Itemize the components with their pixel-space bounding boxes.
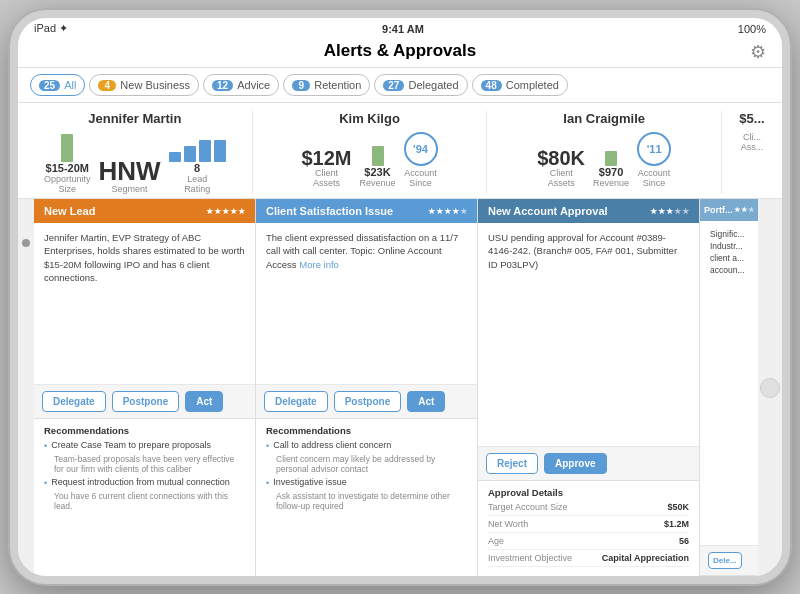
tab-bar: 25All4New Business12Advice9Retention27De… xyxy=(18,68,782,103)
tab-badge-delegated: 27 xyxy=(383,80,404,91)
star-rating-portfolio: ★ ★ ★ xyxy=(734,206,754,214)
alert-header-label-new-lead: New Lead xyxy=(44,205,95,217)
approval-row-investment: Investment Objective Capital Appreciatio… xyxy=(488,553,689,567)
tab-retention[interactable]: 9Retention xyxy=(283,74,370,96)
approve-btn-approval[interactable]: Approve xyxy=(544,453,607,474)
stat-account-since-ian: '11 Account Since xyxy=(637,132,671,188)
tab-label-retention: Retention xyxy=(314,79,361,91)
tab-all[interactable]: 25All xyxy=(30,74,85,96)
delegate-btn-satisfaction[interactable]: Delegate xyxy=(264,391,328,412)
star-3: ★ xyxy=(444,207,451,216)
postpone-btn-new-lead[interactable]: Postpone xyxy=(112,391,180,412)
tab-completed[interactable]: 48Completed xyxy=(472,74,568,96)
alert-col-new-lead: New Lead ★ ★ ★ ★ ★ Jennifer Martin, EVP … xyxy=(34,199,256,576)
alert-actions-satisfaction: Delegate Postpone Act xyxy=(256,385,477,419)
rec-sub-1-new-lead: Team-based proposals have been very effe… xyxy=(54,454,245,474)
star-5: ★ xyxy=(238,207,245,216)
main-content: Jennifer Martin $15-20M Opportunity Size… xyxy=(18,103,782,576)
recommendations-satisfaction: Recommendations • Call to address client… xyxy=(256,419,477,576)
alert-col-approval: New Account Approval ★ ★ ★ ★ ★ USU pendi… xyxy=(478,199,700,576)
rec-sub-2-new-lead: You have 6 current client connections wi… xyxy=(54,491,245,511)
star-4: ★ xyxy=(452,207,459,216)
star-5: ★ xyxy=(460,207,467,216)
status-bar: iPad ✦ 9:41 AM 100% xyxy=(18,18,782,39)
gear-icon[interactable]: ⚙ xyxy=(750,41,766,63)
client-name-ian: Ian Craigmile xyxy=(499,111,709,126)
approval-row-age: Age 56 xyxy=(488,536,689,550)
stat-client-assets-kim: $12M Client Assets xyxy=(301,148,351,188)
alert-header-approval: New Account Approval ★ ★ ★ ★ ★ xyxy=(478,199,699,223)
approval-title: Approval Details xyxy=(488,487,689,498)
more-info-link[interactable]: More info xyxy=(299,259,339,270)
clients-row: Jennifer Martin $15-20M Opportunity Size… xyxy=(18,103,782,199)
recommendations-new-lead: Recommendations • Create Case Team to pr… xyxy=(34,419,255,576)
tab-advice[interactable]: 12Advice xyxy=(203,74,279,96)
header: Alerts & Approvals ⚙ xyxy=(18,39,782,68)
star-4: ★ xyxy=(674,207,681,216)
dele-btn-portfolio[interactable]: Dele... xyxy=(708,552,742,569)
client-card-kim: Kim Kilgo $12M Client Assets $23K xyxy=(253,111,488,194)
alert-col-portfolio: Portf... ★ ★ ★ Signific...Industr...clie… xyxy=(700,199,758,576)
tab-label-advice: Advice xyxy=(237,79,270,91)
stat-opportunity-size: $15-20M Opportunity Size xyxy=(44,132,91,194)
star-1: ★ xyxy=(650,207,657,216)
stat-revenue-ian: $970 Revenue xyxy=(593,136,629,188)
scroll-indicator[interactable] xyxy=(760,378,780,398)
alert-actions-approval: Reject Approve xyxy=(478,447,699,481)
right-sidebar xyxy=(758,199,782,576)
alert-actions-portfolio: Dele... xyxy=(700,546,758,576)
act-btn-new-lead[interactable]: Act xyxy=(185,391,223,412)
status-left: iPad ✦ xyxy=(34,22,68,35)
tab-badge-completed: 48 xyxy=(481,80,502,91)
tab-badge-new-business: 4 xyxy=(98,80,116,91)
stat-client-assets-ian: $80K Client Assets xyxy=(537,148,585,188)
bullet-icon-2: • xyxy=(44,478,47,488)
tab-label-delegated: Delegated xyxy=(408,79,458,91)
alert-header-label-approval: New Account Approval xyxy=(488,205,608,217)
nav-dot xyxy=(22,239,30,247)
approval-details: Approval Details Target Account Size $50… xyxy=(478,481,699,576)
alert-header-label-satisfaction: Client Satisfaction Issue xyxy=(266,205,393,217)
bullet-icon: • xyxy=(44,441,47,451)
left-sidebar xyxy=(18,199,34,576)
approval-row-target: Target Account Size $50K xyxy=(488,502,689,516)
alert-header-portfolio: Portf... ★ ★ ★ xyxy=(700,199,758,221)
tab-new-business[interactable]: 4New Business xyxy=(89,74,199,96)
status-time: 9:41 AM xyxy=(382,23,424,35)
tab-delegated[interactable]: 27Delegated xyxy=(374,74,467,96)
star-4: ★ xyxy=(230,207,237,216)
star-1: ★ xyxy=(734,206,740,214)
bar-lr-3 xyxy=(199,140,211,162)
rec-sub-1-satisfaction: Client concern may likely be addressed b… xyxy=(276,454,467,474)
delegate-btn-new-lead[interactable]: Delegate xyxy=(42,391,106,412)
client-card-ian: Ian Craigmile $80K Client Assets $970 xyxy=(487,111,722,194)
tab-label-completed: Completed xyxy=(506,79,559,91)
client-card-jennifer: Jennifer Martin $15-20M Opportunity Size… xyxy=(18,111,253,194)
act-btn-satisfaction[interactable]: Act xyxy=(407,391,445,412)
star-2: ★ xyxy=(741,206,747,214)
star-3: ★ xyxy=(222,207,229,216)
alert-actions-new-lead: Delegate Postpone Act xyxy=(34,385,255,419)
stat-account-since-kim: '94 Account Since xyxy=(404,132,438,188)
star-2: ★ xyxy=(214,207,221,216)
client-stats-jennifer: $15-20M Opportunity Size HNW Segment xyxy=(30,132,240,194)
star-2: ★ xyxy=(436,207,443,216)
rec-sub-2-satisfaction: Ask assistant to investigate to determin… xyxy=(276,491,467,511)
client-stats-ian: $80K Client Assets $970 Revenue xyxy=(499,132,709,188)
client-name-partial: $5... xyxy=(734,111,770,126)
star-2: ★ xyxy=(658,207,665,216)
alert-header-label-portfolio: Portf... xyxy=(704,205,733,215)
alert-body-new-lead: Jennifer Martin, EVP Strategy of ABC Ent… xyxy=(34,223,255,385)
ipad-screen: iPad ✦ 9:41 AM 100% Alerts & Approvals ⚙… xyxy=(18,18,782,576)
star-rating-approval: ★ ★ ★ ★ ★ xyxy=(650,207,689,216)
rec-item-1-satisfaction: • Call to address client concern xyxy=(266,440,467,451)
bullet-icon-2: • xyxy=(266,478,269,488)
reject-btn-approval[interactable]: Reject xyxy=(486,453,538,474)
star-1: ★ xyxy=(428,207,435,216)
alert-col-satisfaction: Client Satisfaction Issue ★ ★ ★ ★ ★ The … xyxy=(256,199,478,576)
tab-badge-retention: 9 xyxy=(292,80,310,91)
postpone-btn-satisfaction[interactable]: Postpone xyxy=(334,391,402,412)
alert-columns: New Lead ★ ★ ★ ★ ★ Jennifer Martin, EVP … xyxy=(34,199,758,576)
alert-body-approval: USU pending approval for Account #0389-4… xyxy=(478,223,699,447)
star-5: ★ xyxy=(682,207,689,216)
